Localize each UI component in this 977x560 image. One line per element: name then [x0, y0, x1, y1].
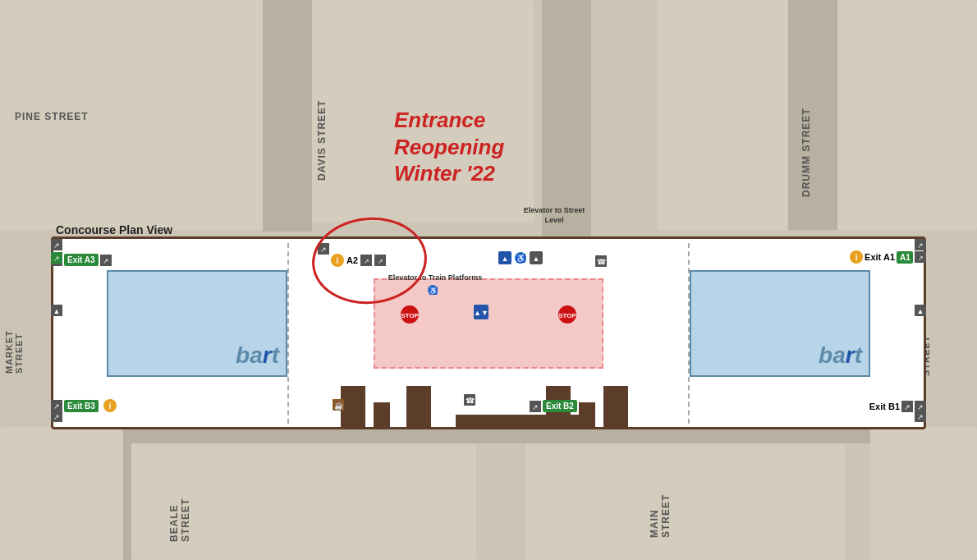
annotation-reopening: Reopening	[394, 134, 504, 161]
svg-text:↗: ↗	[904, 403, 910, 411]
exit-b2-area: ↗ Exit B2	[530, 400, 577, 412]
svg-text:▲: ▲	[502, 255, 509, 263]
left-wall-icons: ↗ ↗	[51, 239, 62, 264]
elevator-train-label: Elevator to Train Platforms	[382, 273, 488, 282]
platform-block-2	[374, 402, 390, 427]
escalator-a2-2: ↗	[374, 255, 386, 266]
left-wall-middle: ▲	[51, 305, 62, 319]
svg-text:↗: ↗	[917, 413, 924, 421]
exit-a2-label-area: i A2 ↗ ↗	[331, 254, 386, 267]
wheelchair-icon: ♿	[514, 251, 527, 264]
market-street-left-label: MARKET STREET	[4, 291, 24, 374]
platform-block-1	[341, 386, 365, 427]
exit-a1-area: i Exit A1 A1 ↗	[850, 250, 926, 264]
bottom-phone: ☎	[464, 394, 475, 409]
stop-sign-right: STOP	[557, 305, 577, 328]
annotation-year: Winter '22	[394, 160, 504, 187]
dashed-line-left	[287, 243, 289, 424]
bart-box-left: bart	[107, 270, 287, 377]
exit-a2-text: A2	[346, 255, 358, 265]
elevator-icon-2: ▲	[530, 251, 543, 264]
exit-b3-box: Exit B3	[64, 400, 99, 412]
svg-text:↗: ↗	[378, 258, 383, 265]
svg-text:♿: ♿	[429, 286, 438, 296]
right-wall-icons-top: ↗	[915, 239, 926, 250]
beale-road	[123, 427, 131, 560]
escalator-a2-1: ↗	[360, 255, 372, 266]
svg-text:▲▼: ▲▼	[474, 309, 488, 317]
bottom-road	[131, 427, 525, 443]
svg-text:☎: ☎	[466, 397, 475, 405]
svg-text:STOP: STOP	[558, 312, 576, 319]
station-body: bart bart STOP ▲▼ STOP	[51, 236, 926, 429]
road-center-top	[542, 0, 591, 238]
svg-text:↗: ↗	[917, 241, 924, 250]
info-a1: i	[850, 250, 863, 264]
beale-street-label: BEALE STREET	[168, 460, 191, 542]
svg-text:↗: ↗	[103, 257, 109, 265]
elevator-street-icons: ▲ ♿ ▲	[498, 251, 543, 264]
dashed-line-right	[688, 243, 690, 424]
drumm-road	[788, 0, 837, 230]
escalator-b1: ↗	[901, 401, 913, 412]
davis-road	[263, 0, 312, 232]
exit-a3-box: Exit A3	[64, 254, 99, 266]
city-block-se	[870, 427, 977, 560]
annotation-entrance: Entrance	[394, 107, 504, 134]
restricted-area: STOP ▲▼ STOP	[374, 278, 603, 369]
svg-text:☕: ☕	[334, 401, 344, 411]
bottom-center-icons: ☕	[333, 399, 344, 411]
svg-text:↗: ↗	[53, 402, 60, 411]
bottom-left-escalator: ↗	[51, 411, 62, 425]
right-wall-middle: ▲	[915, 305, 926, 319]
bart-logo-left: bart	[236, 342, 279, 369]
wheelchair-train: ♿	[427, 284, 438, 299]
svg-text:STOP: STOP	[401, 312, 419, 319]
platform-block-5	[579, 402, 595, 427]
elevator-street-label: Elevator to Street Level	[513, 206, 595, 225]
drumm-street-label: DRUMM STREET	[800, 16, 812, 197]
info-a2: i	[331, 254, 344, 267]
city-block-sw	[0, 427, 123, 560]
svg-text:♿: ♿	[516, 253, 526, 264]
escalator-b3: ↗	[51, 400, 62, 411]
svg-text:↗: ↗	[53, 241, 60, 250]
bart-logo-right: bart	[819, 342, 862, 369]
bottom-right-escalator: ↗	[915, 411, 926, 425]
svg-text:↗: ↗	[320, 246, 327, 254]
exit-b2-box: Exit B2	[543, 400, 577, 412]
platform-block-3	[406, 386, 431, 427]
svg-text:↗: ↗	[532, 403, 539, 411]
bart-box-right: bart	[690, 270, 870, 377]
svg-text:↗: ↗	[53, 255, 60, 263]
escalator-icon-a2-up: ↗	[318, 243, 329, 255]
escalator-b2: ↗	[530, 401, 541, 412]
svg-text:↗: ↗	[53, 413, 60, 421]
info-b3: i	[103, 399, 117, 412]
main-street-label: MAIN STREET	[649, 464, 672, 538]
exit-a2-area: ↗	[318, 243, 329, 255]
plan-view-label: Concourse Plan View	[56, 223, 172, 236]
escalator-a1: ↗	[915, 251, 926, 263]
davis-street-label: DAVIS STREET	[316, 16, 328, 181]
svg-text:▲: ▲	[917, 307, 924, 315]
platform-block-6	[603, 386, 628, 427]
svg-text:☎: ☎	[597, 258, 606, 266]
pine-street-label: PINE STREET	[15, 111, 89, 122]
exit-a1-box: A1	[897, 251, 913, 264]
map-container: PINE STREET DAVIS STREET DRUMM STREET MA…	[0, 0, 977, 560]
bottom-road2	[517, 427, 870, 443]
exit-a1-text: Exit A1	[865, 252, 895, 262]
elevator-icon-1: ▲	[498, 251, 511, 264]
coffee-icon: ☕	[333, 399, 344, 411]
phone-icon: ☎	[595, 255, 607, 270]
svg-text:▲: ▲	[53, 307, 61, 315]
city-block-sc2	[525, 443, 846, 560]
svg-text:↗: ↗	[918, 255, 924, 262]
svg-text:▲: ▲	[533, 255, 540, 263]
svg-text:↗: ↗	[364, 258, 369, 265]
exit-b1-text: Exit B1	[869, 402, 900, 411]
elevator-center-icon: ▲▼	[474, 305, 488, 323]
stop-sign-left: STOP	[400, 305, 420, 328]
annotation-text: Entrance Reopening Winter '22	[394, 107, 504, 187]
